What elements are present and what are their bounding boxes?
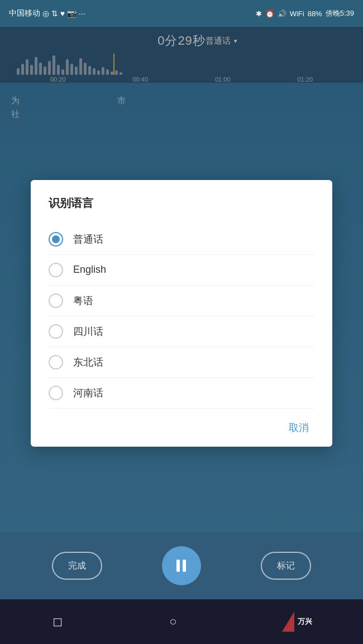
radio-circle-dongbei	[49, 355, 63, 370]
pause-icon	[175, 560, 188, 572]
radio-label-sichuan: 四川话	[73, 325, 103, 338]
status-right: ✱ ⏰ 🔊 WiFi 88% 傍晚5:39	[256, 8, 354, 18]
language-select-modal: 识别语言 普通话 English 粤语 四川话	[31, 180, 332, 447]
modal-actions: 取消	[49, 409, 314, 438]
radio-circle-putonghua	[49, 232, 63, 247]
radio-circle-henan	[49, 386, 63, 400]
modal-title: 识别语言	[49, 196, 314, 211]
radio-label-cantonese: 粤语	[73, 294, 93, 307]
radio-circle-sichuan	[49, 324, 63, 339]
radio-label-putonghua: 普通话	[73, 233, 103, 246]
radio-option-dongbei[interactable]: 东北话	[49, 347, 314, 378]
nav-logo: 万兴	[275, 608, 319, 636]
radio-label-english: English	[73, 264, 106, 276]
app-background: 0分29秒 普通话 ▼	[0, 27, 363, 599]
pause-button[interactable]	[162, 546, 201, 585]
nav-back-button[interactable]: ◻	[44, 608, 71, 636]
radio-option-sichuan[interactable]: 四川话	[49, 316, 314, 347]
radio-option-putonghua[interactable]: 普通话	[49, 224, 314, 255]
navigation-bar: ◻ ○ 万兴	[0, 599, 363, 644]
home-icon: ○	[169, 614, 176, 629]
status-carrier: 中国移动 ◎ ⇅ ♥ 📷 ···	[9, 8, 85, 18]
radio-option-english[interactable]: English	[49, 255, 314, 286]
mark-button[interactable]: 标记	[261, 552, 311, 580]
complete-button[interactable]: 完成	[52, 552, 102, 580]
cancel-button[interactable]: 取消	[283, 418, 314, 438]
back-icon: ◻	[52, 614, 63, 629]
radio-circle-english	[49, 263, 63, 277]
radio-circle-cantonese	[49, 293, 63, 308]
logo-triangle-icon	[282, 612, 294, 632]
nav-home-button[interactable]: ○	[159, 608, 187, 636]
modal-overlay: 识别语言 普通话 English 粤语 四川话	[0, 27, 363, 599]
radio-option-cantonese[interactable]: 粤语	[49, 286, 314, 316]
radio-option-henan[interactable]: 河南话	[49, 378, 314, 409]
radio-label-dongbei: 东北话	[73, 356, 103, 369]
status-bar: 中国移动 ◎ ⇅ ♥ 📷 ··· ✱ ⏰ 🔊 WiFi 88% 傍晚5:39	[0, 0, 363, 27]
radio-label-henan: 河南话	[73, 386, 103, 400]
bottom-controls: 完成 标记	[0, 532, 363, 599]
